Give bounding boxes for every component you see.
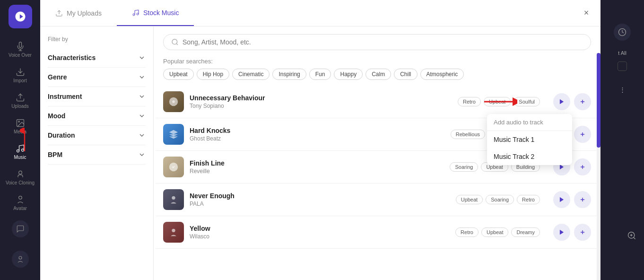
sidebar-item-voicecloning-label: Voice Cloning [6,180,35,185]
svg-point-16 [133,14,135,16]
tab-my-uploads[interactable]: My Uploads [40,0,117,26]
filter-characteristics[interactable]: Characteristics [48,48,146,68]
dialog-scrollbar[interactable] [597,53,600,280]
track-info: Unnecessary Behaviour Tony Sopiano [190,94,446,109]
add-button[interactable] [574,224,591,241]
track-item: Never Enough PALA Upbeat Soaring Retro [156,184,599,216]
chat-button[interactable] [12,220,29,237]
track-name: Yellow [190,225,444,232]
play-button[interactable] [553,224,570,241]
track-item: Unnecessary Behaviour Tony Sopiano Retro… [156,86,599,118]
dropdown-music-track-2[interactable]: Music Track 2 [487,148,572,165]
chevron-down-icon [138,93,146,100]
chevron-down-icon [138,73,146,81]
sidebar-item-avatar-label: Avatar [13,206,27,211]
app-logo[interactable] [9,5,32,28]
track-tag: Upbeat [481,228,508,237]
add-button[interactable] [574,126,591,143]
sidebar-item-import[interactable]: Import [0,63,40,87]
svg-line-19 [176,44,178,45]
track-artist: PALA [190,201,444,207]
right-controls: ⋮ [619,86,626,93]
filter-mood[interactable]: Mood [48,106,146,126]
svg-point-38 [172,229,175,232]
play-button[interactable] [553,191,570,208]
tag-happy[interactable]: Happy [334,69,363,80]
svg-marker-31 [560,165,564,170]
sidebar-item-uploads[interactable]: Uploads [0,89,40,113]
tag-cinematic[interactable]: Cinematic [232,69,270,80]
tag-chill[interactable]: Chill [394,69,417,80]
select-all-button[interactable] [618,61,627,71]
filter-characteristics-label: Characteristics [48,54,96,61]
track-name: Finish Line [190,159,438,167]
track-tag: Retro [458,97,481,106]
track-tag: Retro [517,195,540,204]
track-list: Unnecessary Behaviour Tony Sopiano Retro… [154,86,600,280]
sidebar-item-uploads-label: Uploads [11,104,29,109]
add-to-track-dropdown: Add audio to track Music Track 1 Music T… [487,114,572,165]
track-tag: Upbeat [456,195,483,204]
svg-line-44 [634,237,635,239]
track-name: Never Enough [190,192,444,200]
track-info: Finish Line Reveille [190,159,438,175]
track-tag: Dreamy [511,228,540,237]
dialog-scrollbar-thumb [597,53,600,148]
svg-point-8 [18,171,22,174]
svg-point-17 [137,13,139,15]
track-artist: Reveille [190,168,438,175]
tag-fun[interactable]: Fun [309,69,331,80]
left-sidebar: Voice Over Import Uploads Media Music Vo… [0,0,40,280]
filter-duration[interactable]: Duration [48,126,146,145]
svg-point-5 [18,121,19,122]
search-icon [171,38,179,46]
track-artist: Tony Sopiano [190,103,446,109]
track-avatar [163,124,184,145]
add-button[interactable] [574,158,591,175]
filter-duration-label: Duration [48,131,75,139]
track-avatar [163,157,184,177]
play-button[interactable] [553,93,570,110]
search-input[interactable] [183,38,583,46]
filter-mood-label: Mood [48,112,65,120]
filter-bpm-label: BPM [48,151,62,158]
sidebar-item-voicecloning[interactable]: Voice Cloning [0,166,40,189]
play-icon [558,196,565,203]
filter-genre-label: Genre [48,73,67,81]
tab-stock-music[interactable]: Stock Music [117,0,194,26]
track-item: Yellow Wilasco Retro Upbeat Dreamy [156,216,599,249]
filter-instrument[interactable]: Instrument [48,87,146,106]
svg-point-9 [18,196,22,200]
add-button[interactable] [574,93,591,110]
svg-point-34 [172,196,175,200]
svg-marker-24 [560,99,564,105]
tag-calm[interactable]: Calm [366,69,391,80]
tag-upbeat[interactable]: Upbeat [163,69,194,80]
filter-bpm[interactable]: BPM [48,145,146,165]
search-input-wrap[interactable] [163,34,591,50]
filter-genre[interactable]: Genre [48,68,146,87]
track-info: Never Enough PALA [190,192,444,207]
dropdown-music-track-1[interactable]: Music Track 1 [487,131,572,148]
track-artist: Ghost Beatz [190,135,439,142]
search-bar [154,26,600,54]
tab-my-uploads-label: My Uploads [67,9,102,17]
tag-hiphop[interactable]: Hip Hop [197,69,229,80]
tag-inspiring[interactable]: Inspiring [272,69,306,80]
dialog-close-button[interactable]: × [580,7,593,20]
track-avatar [163,91,184,112]
tag-list: Upbeat Hip Hop Cinematic Inspiring Fun H… [163,69,591,80]
content-area: Popular searches: Upbeat Hip Hop Cinemat… [154,26,600,280]
history-button[interactable] [614,24,631,41]
more-options-button[interactable]: ⋮ [619,86,626,93]
zoom-button[interactable] [627,231,636,242]
tag-atmospheric[interactable]: Atmospheric [420,69,464,80]
sidebar-item-voiceover[interactable]: Voice Over [0,38,40,61]
user-button[interactable] [12,251,29,268]
chevron-down-icon [138,112,146,120]
sidebar-item-avatar[interactable]: Avatar [0,191,40,215]
sidebar-red-arrow-indicator [20,128,29,153]
add-button[interactable] [574,191,591,208]
track-avatar [163,222,184,243]
filter-sidebar: Filter by Characteristics Genre Instrume… [40,26,154,280]
